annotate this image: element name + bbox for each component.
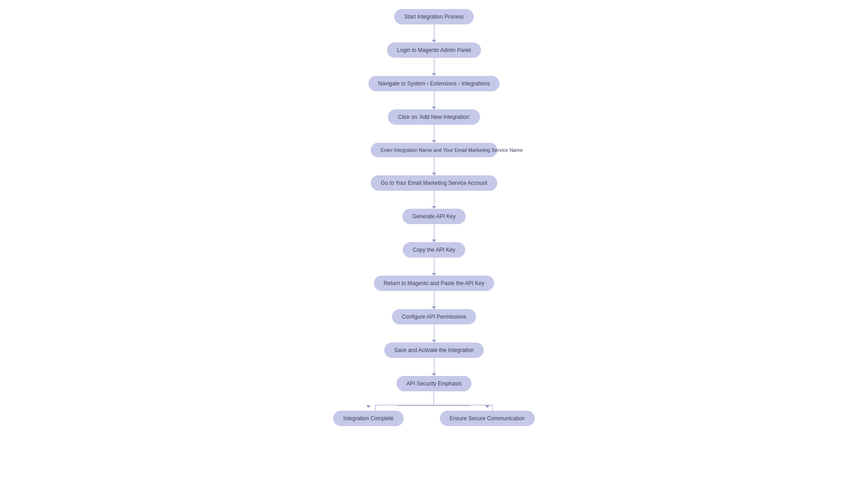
branch-right: Ensure Secure Communication <box>440 405 535 426</box>
node-navigate: Navigate to System › Extensions › Integr… <box>368 76 500 91</box>
node-return-paste: Return to Magento and Paste the API Key <box>374 276 495 291</box>
connector-1 <box>434 24 434 42</box>
node-click-add: Click on 'Add New Integration' <box>388 109 480 125</box>
split-wrapper: Integration Complete Ensure Secure Commu… <box>333 391 534 426</box>
connector-8 <box>434 258 434 276</box>
connector-10 <box>434 324 434 343</box>
connector-11 <box>434 358 434 376</box>
node-ensure-secure: Ensure Secure Communication <box>440 411 535 426</box>
connector-2 <box>434 58 434 76</box>
flowchart: Start Integration Process Login to Magen… <box>0 0 868 435</box>
connector-3 <box>434 91 434 109</box>
node-enter-name: Enter Integration Name and Your Email Ma… <box>371 143 497 157</box>
node-configure: Configure API Permissions <box>392 309 476 324</box>
node-start: Start Integration Process <box>394 9 474 24</box>
connector-9 <box>434 291 434 309</box>
right-arrow <box>485 405 490 408</box>
node-goto-email: Go to Your Email Marketing Service Accou… <box>371 175 497 191</box>
connector-4 <box>434 125 434 143</box>
node-copy-api: Copy the API Key <box>403 242 465 258</box>
node-login: Login to Magento Admin Panel <box>387 42 481 58</box>
connector-7 <box>434 224 434 242</box>
split-branches: Integration Complete Ensure Secure Commu… <box>333 405 534 426</box>
node-generate-api: Generate API Key <box>402 209 466 224</box>
connector-6 <box>434 191 434 209</box>
connector-5 <box>434 157 434 175</box>
pre-split-line <box>434 391 434 405</box>
node-api-security: API Security Emphasis <box>396 376 472 391</box>
node-save-activate: Save and Activate the Integration <box>384 343 484 358</box>
left-arrow <box>366 405 371 408</box>
node-integration-complete: Integration Complete <box>333 411 403 426</box>
branch-left: Integration Complete <box>333 405 403 426</box>
